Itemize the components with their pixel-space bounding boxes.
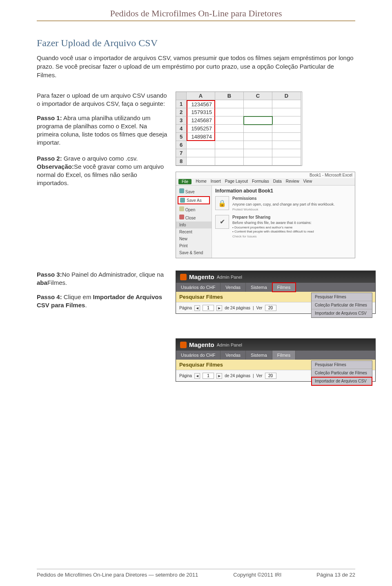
permissions-title: Permissions	[232, 196, 352, 201]
backstage-save: Save	[176, 187, 212, 195]
row-header: 8	[176, 157, 187, 166]
col-header-A: A	[187, 92, 215, 100]
step2-label: Passo 2:	[37, 155, 62, 162]
cell-A7	[187, 149, 215, 157]
cell	[244, 125, 272, 133]
backstage-print: Print	[176, 242, 212, 249]
open-icon	[179, 206, 184, 211]
cell	[244, 108, 272, 116]
section-title: Fazer Upload de Arquivo CSV	[37, 38, 355, 49]
magento-brand: Magento	[189, 273, 214, 280]
filmes-dropdown: Pesquisar Filmes Coleção Particular de F…	[311, 360, 372, 386]
footer-right: Página 13 de 22	[316, 572, 355, 578]
backstage-close: Close	[176, 213, 212, 221]
cell	[244, 133, 272, 141]
cell	[244, 116, 272, 125]
row-header: 6	[176, 141, 187, 149]
cell	[272, 116, 301, 125]
prepare-sharing-text: Before sharing this file, be aware that …	[232, 221, 312, 225]
nav-item-filmes: Filmes	[272, 351, 296, 360]
permissions-text: Anyone can open, copy, and change any pa…	[232, 202, 335, 206]
step3-text: Passo 3:No Painel do Administrador, cliq…	[37, 271, 167, 287]
nav-item: Usuários do CHF	[176, 351, 220, 360]
prepare-sharing-title: Prepare for Sharing	[232, 215, 352, 220]
backstage-new: New	[176, 235, 212, 242]
cell	[215, 133, 244, 141]
col-header-B: B	[215, 92, 244, 100]
cell	[272, 100, 301, 108]
ribbon-item: Page Layout	[225, 179, 248, 184]
row-header: 3	[176, 116, 187, 125]
check-issues-label: Check for Issues	[232, 235, 352, 239]
excel-ribbon: File Home Insert Page Layout Formulas Da…	[176, 178, 355, 186]
dropdown-item: Importador de Arquivos CSV	[312, 309, 372, 318]
cell	[215, 100, 244, 108]
cell	[244, 100, 272, 108]
dropdown-item: Pesquisar Filmes	[312, 293, 372, 301]
excel-window-title: Book1 - Microsoft Excel	[176, 172, 355, 178]
row-header: 5	[176, 133, 187, 141]
nav-item: Sistema	[246, 351, 272, 360]
cell-A1: 1234567	[187, 100, 215, 108]
pager-prev-icon: ◄	[194, 373, 200, 379]
row-header: 4	[176, 125, 187, 133]
magento-brand-sub: Admin Panel	[217, 275, 242, 280]
step2-obs-label: Observação:	[37, 163, 74, 170]
filmes-dropdown: Pesquisar Filmes Coleção Particular de F…	[311, 293, 372, 318]
step2-text: Passo 2: Grave o arquivo como .csv. Obse…	[37, 154, 167, 188]
nav-item: Sistema	[246, 283, 272, 292]
backstage-open: Open	[176, 205, 212, 213]
info-heading: Information about Book1	[215, 188, 352, 194]
nav-item: Vendas	[220, 283, 246, 292]
step4-label: Passo 4:	[37, 293, 62, 300]
cell-A3: 1245687	[187, 116, 215, 125]
step1-text: Passo 1: Abra uma planilha utilizando um…	[37, 114, 167, 147]
cell	[215, 108, 244, 116]
intro-paragraph: Quando você usar o importador de arquivo…	[37, 54, 355, 79]
backstage-info: Info	[176, 221, 212, 228]
pager-page-input[interactable]	[203, 373, 214, 379]
cell	[272, 108, 301, 116]
ribbon-item: View	[303, 179, 312, 184]
prepare-bullet-2: • Content that people with disabilities …	[232, 230, 352, 234]
col-header-C: C	[244, 92, 272, 100]
cell	[215, 157, 244, 166]
pager-per-input[interactable]	[265, 373, 276, 379]
cell-A4: 1595257	[187, 125, 215, 133]
protect-workbook-icon: 🔒	[215, 196, 229, 210]
row-header: 7	[176, 149, 187, 157]
page-footer: Pedidos de Microfilmes On-Line para Dire…	[37, 569, 355, 578]
ribbon-file: File	[178, 179, 192, 184]
col-header-D: D	[272, 92, 301, 100]
page-header-title: Pedidos de Microfilmes On-Line para Dire…	[37, 8, 355, 19]
footer-center: Copyright ©2011 IRI	[233, 572, 281, 578]
dropdown-item: Coleção Particular de Filmes	[312, 301, 372, 309]
ribbon-item: Data	[273, 179, 282, 184]
dropdown-item-importer-highlight: Importador de Arquivos CSV	[312, 377, 372, 385]
backstage-recent: Recent	[176, 228, 212, 235]
cell	[215, 149, 244, 157]
cell-A6	[187, 141, 215, 149]
cell	[272, 149, 301, 157]
pager-per-input[interactable]	[265, 305, 276, 311]
spreadsheet-screenshot: A B C D 11234567215793153124568741595257…	[176, 92, 302, 166]
excel-backstage-screenshot: Book1 - Microsoft Excel File Home Insert…	[176, 172, 355, 258]
cell	[272, 141, 301, 149]
cell	[272, 133, 301, 141]
footer-left: Pedidos de Microfilmes On-Line para Dire…	[37, 572, 198, 578]
step1-label: Passo 1:	[37, 114, 62, 121]
ribbon-item: Formulas	[252, 179, 269, 184]
ribbon-item: Review	[286, 179, 299, 184]
close-icon	[179, 215, 184, 219]
backstage-save-as-highlight: Save As	[178, 196, 210, 204]
check-issues-icon: ✔	[215, 215, 229, 229]
step1-lead: Para fazer o upload de um arquivo CSV us…	[37, 92, 167, 108]
pager-page-input[interactable]	[203, 305, 214, 311]
dropdown-item: Pesquisar Filmes	[312, 361, 372, 369]
pager-next-icon: ►	[216, 373, 222, 379]
nav-item-filmes-highlight: Filmes	[272, 283, 296, 292]
backstage-left-pane: Save Save As Open Close Info Recent New …	[176, 186, 212, 258]
prepare-bullet-1: • Document properties and author's name	[232, 226, 352, 230]
backstage-save-send: Save & Send	[176, 249, 212, 256]
cell-A5: 1489874	[187, 133, 215, 141]
